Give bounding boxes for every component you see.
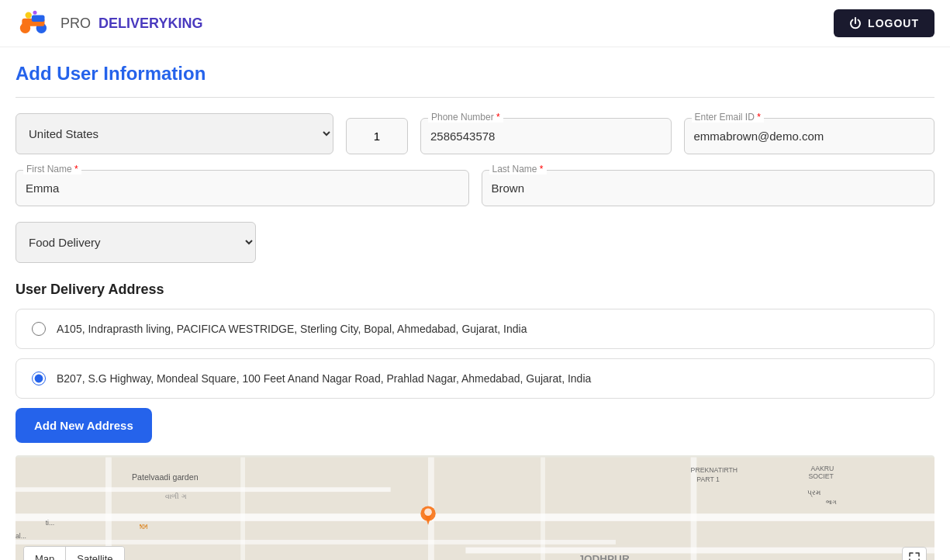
fullscreen-icon	[909, 552, 920, 560]
phone-code-wrap	[346, 118, 408, 154]
logout-button[interactable]: LOGOUT	[834, 9, 934, 37]
svg-text:PART 1: PART 1	[696, 475, 720, 483]
logo-area: PRO DELIVERYKING	[16, 8, 202, 39]
form-row-contact: United States Canada United Kingdom Aust…	[16, 113, 934, 154]
address-card-2[interactable]: B207, S.G Highway, Mondeal Square, 100 F…	[16, 358, 934, 399]
last-name-input[interactable]	[482, 170, 935, 206]
svg-text:ભાગ: ભાગ	[826, 499, 837, 506]
email-label: Enter Email ID *	[692, 112, 764, 123]
email-group: Enter Email ID *	[684, 118, 935, 154]
svg-point-4	[26, 12, 32, 18]
add-address-button[interactable]: Add New Address	[16, 408, 152, 443]
map-controls: Map Satellite	[23, 546, 125, 560]
svg-rect-3	[32, 16, 45, 22]
address-text-1: A105, Indraprasth living, PACIFICA WESTR…	[57, 323, 527, 335]
page-title: Add User Information	[16, 63, 934, 85]
svg-text:JODHPUR: JODHPUR	[579, 553, 630, 560]
address-text-2: B207, S.G Highway, Mondeal Square, 100 F…	[57, 372, 591, 385]
logo-text: PRO DELIVERYKING	[60, 16, 202, 32]
country-select[interactable]: United States Canada United Kingdom Aust…	[16, 113, 333, 154]
svg-text:al...: al...	[16, 532, 26, 540]
address-radio-2[interactable]	[32, 372, 46, 385]
svg-text:AAKRU: AAKRU	[810, 465, 834, 472]
last-name-label: Last Name *	[489, 164, 547, 175]
first-name-label: First Name *	[23, 164, 81, 175]
names-row: First Name * Last Name *	[16, 170, 934, 206]
address-radio-1[interactable]	[32, 322, 46, 336]
svg-rect-11	[105, 458, 112, 560]
first-name-input[interactable]	[16, 170, 469, 206]
first-name-group: First Name *	[16, 170, 469, 206]
main-content: Add User Information United States Canad…	[0, 47, 950, 560]
address-card-1[interactable]: A105, Indraprasth living, PACIFICA WESTR…	[16, 309, 934, 349]
map-container: Patelvaadi garden વાળી ગ 🍽 JODHPUR PREKN…	[16, 455, 934, 560]
country-select-wrap: United States Canada United Kingdom Aust…	[16, 113, 333, 154]
svg-point-5	[33, 11, 37, 15]
divider	[16, 97, 934, 98]
phone-number-input[interactable]	[420, 118, 672, 154]
svg-rect-14	[541, 458, 545, 560]
map-fullscreen-button[interactable]	[902, 547, 927, 560]
svg-rect-8	[16, 487, 391, 492]
satellite-tab[interactable]: Satellite	[66, 547, 123, 560]
svg-text:SOCIET: SOCIET	[808, 472, 834, 480]
svg-text:🍽: 🍽	[140, 522, 147, 531]
map-svg: Patelvaadi garden વાળી ગ 🍽 JODHPUR PREKN…	[16, 455, 934, 560]
svg-point-30	[424, 508, 432, 516]
svg-text:વાળી ગ: વાળી ગ	[165, 493, 186, 500]
svg-text:PREKNATIRTH: PREKNATIRTH	[691, 466, 738, 474]
phone-number-group: Phone Number *	[420, 118, 672, 154]
power-icon	[849, 17, 862, 29]
service-select-wrap: Food Delivery Package Delivery Grocery D…	[16, 222, 256, 263]
email-input[interactable]	[684, 118, 935, 154]
svg-text:Patelvaadi garden: Patelvaadi garden	[132, 472, 199, 482]
svg-rect-10	[465, 548, 934, 554]
svg-rect-7	[16, 513, 934, 521]
phone-number-label: Phone Number *	[428, 112, 503, 123]
svg-text:પ્રમ: પ્રમ	[807, 489, 820, 497]
logo-icon	[16, 8, 54, 39]
map-tab[interactable]: Map	[24, 547, 66, 560]
phone-code-input[interactable]	[346, 118, 408, 154]
service-type-select[interactable]: Food Delivery Package Delivery Grocery D…	[16, 222, 256, 263]
svg-text:ti...: ti...	[46, 519, 55, 527]
svg-rect-12	[240, 458, 245, 560]
last-name-group: Last Name *	[482, 170, 935, 206]
header: PRO DELIVERYKING LOGOUT	[0, 0, 950, 47]
delivery-address-heading: User Delivery Address	[16, 282, 934, 298]
